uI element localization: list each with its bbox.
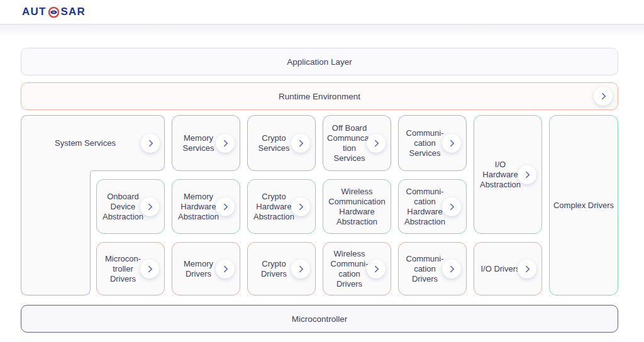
layer-application-label: Application Layer xyxy=(287,57,352,67)
card-crypto-drivers[interactable]: Crypto Drivers xyxy=(247,242,316,295)
layer-runtime-label: Runtime Environment xyxy=(279,92,360,101)
chevron-right-icon[interactable] xyxy=(367,134,386,153)
chevron-right-icon[interactable] xyxy=(594,87,613,106)
chevron-right-icon[interactable] xyxy=(216,134,235,153)
chevron-right-icon[interactable] xyxy=(291,134,310,153)
chevron-right-icon[interactable] xyxy=(518,165,536,184)
card-off-board-communication-services[interactable]: Off Board Communca- tion Services xyxy=(323,115,391,171)
card-wireless-communication-hardware-abstraction: Wireless Communication Hardware Abstract… xyxy=(323,179,391,234)
autosar-architecture-page: AUT SAR Application Layer Runtime Enviro… xyxy=(0,0,644,342)
header-divider xyxy=(0,24,644,25)
layer-microcontroller-label: Microcontroller xyxy=(292,314,348,324)
autosar-logo[interactable]: AUT SAR xyxy=(22,6,86,18)
chevron-right-icon[interactable] xyxy=(216,197,235,216)
card-label: System Services xyxy=(52,138,133,148)
card-wireless-communication-drivers[interactable]: Wireless Communi- cation Drivers xyxy=(323,242,391,295)
logo-text-sar: SAR xyxy=(61,6,86,18)
card-memory-drivers[interactable]: Memory Drivers xyxy=(172,242,240,295)
chevron-right-icon[interactable] xyxy=(291,197,310,216)
card-crypto-hardware-abstraction[interactable]: Crypto Hardware Abstraction xyxy=(247,179,316,234)
card-communication-drivers[interactable]: Communi- cation Drivers xyxy=(398,242,467,295)
card-complex-drivers: Complex Drivers xyxy=(549,115,618,295)
card-onboard-device-abstraction[interactable]: Onboard Device Abstraction xyxy=(96,179,165,234)
chevron-right-icon[interactable] xyxy=(442,260,461,279)
card-io-drivers[interactable]: I/O Drivers xyxy=(474,242,542,295)
layer-microcontroller: Microcontroller xyxy=(21,305,618,333)
card-microcontroller-drivers[interactable]: Microcon- troller Drivers xyxy=(96,242,165,295)
chevron-right-icon[interactable] xyxy=(442,197,461,216)
layer-runtime-environment[interactable]: Runtime Environment xyxy=(21,82,618,110)
card-label: Wireless Communication Hardware Abstract… xyxy=(328,187,385,227)
card-communication-hardware-abstraction[interactable]: Communi- cation Hardware Abstraction xyxy=(398,179,467,234)
chevron-right-icon[interactable] xyxy=(140,260,159,279)
layer-application: Application Layer xyxy=(21,48,618,75)
card-communication-services[interactable]: Communi- cation Services xyxy=(398,115,467,171)
chevron-right-icon[interactable] xyxy=(141,134,160,153)
card-label: Complex Drivers xyxy=(553,201,614,211)
autosar-logo-o-icon xyxy=(48,6,60,18)
card-memory-services[interactable]: Memory Services xyxy=(172,115,240,171)
card-system-services-content: System Services xyxy=(21,115,165,171)
logo-text-aut: AUT xyxy=(22,6,47,18)
card-crypto-services[interactable]: Crypto Services xyxy=(247,115,316,171)
chevron-right-icon[interactable] xyxy=(140,197,159,216)
chevron-right-icon[interactable] xyxy=(518,260,536,279)
app-header: AUT SAR xyxy=(0,0,644,24)
chevron-right-icon[interactable] xyxy=(367,260,386,279)
chevron-right-icon[interactable] xyxy=(442,134,461,153)
card-io-hardware-abstraction[interactable]: I/O Hardware Abstraction xyxy=(474,115,542,234)
chevron-right-icon[interactable] xyxy=(291,260,310,279)
header-shadow xyxy=(0,25,644,37)
card-memory-hardware-abstraction[interactable]: Memory Hardware Abstraction xyxy=(172,179,240,234)
chevron-right-icon[interactable] xyxy=(216,260,235,279)
